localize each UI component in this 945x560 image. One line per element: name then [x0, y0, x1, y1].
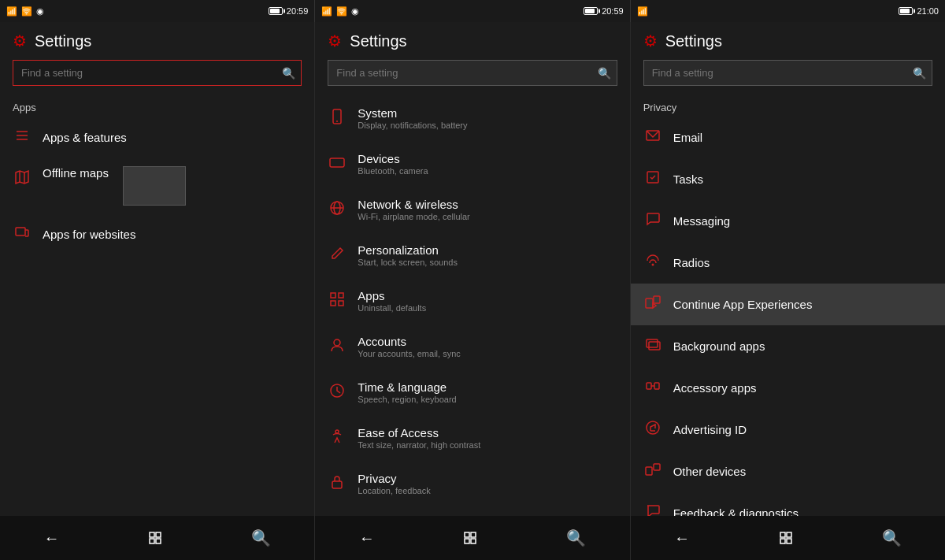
- nav-item-accessory-apps[interactable]: Accessory apps: [631, 367, 945, 409]
- nav-item-accounts[interactable]: Accounts Your accounts, email, sync: [315, 324, 629, 369]
- svg-point-37: [647, 421, 659, 434]
- nav-text-system: System Display, notifications, battery: [358, 106, 467, 130]
- nav-item-email[interactable]: Email: [631, 117, 945, 158]
- wifi-icon-2: 🛜: [336, 6, 347, 17]
- status-section-3: 📶 21:00: [631, 0, 945, 22]
- search-taskbar-button-3[interactable]: 🔍: [876, 522, 908, 554]
- accessibility-icon: [328, 428, 346, 448]
- search-input-2[interactable]: [328, 60, 617, 86]
- search-button-1[interactable]: 🔍: [282, 67, 295, 80]
- svg-rect-9: [330, 158, 344, 167]
- home-button-1[interactable]: [140, 523, 170, 553]
- nav-item-apps-features[interactable]: Apps & features: [0, 117, 314, 158]
- back-button-1[interactable]: ←: [37, 523, 65, 554]
- svg-rect-6: [16, 228, 25, 235]
- search-taskbar-button-2[interactable]: 🔍: [560, 522, 592, 554]
- nav-label-ease: Ease of Access: [358, 426, 480, 439]
- signal-icon-2: 📶: [321, 6, 332, 17]
- time-2: 20:59: [602, 6, 624, 16]
- panel-apps-title: Settings: [35, 32, 91, 50]
- svg-point-25: [335, 430, 339, 433]
- back-button-2[interactable]: ←: [353, 523, 381, 554]
- nav-item-personalization[interactable]: Personalization Start, lock screen, soun…: [315, 232, 629, 278]
- nav-label-apps-features: Apps & features: [43, 131, 127, 144]
- section-label-privacy: Privacy: [631, 95, 945, 117]
- advertising-icon: [643, 420, 662, 439]
- search-input-3[interactable]: [643, 60, 932, 86]
- taskbar-section-1: ← 🔍: [0, 516, 315, 560]
- nav-item-offline-maps[interactable]: Offline maps: [0, 158, 314, 213]
- status-right-3: 21:00: [899, 6, 939, 16]
- nav-item-time[interactable]: Time & language Speech, region, keyboard: [315, 369, 629, 415]
- svg-point-8: [336, 121, 338, 122]
- search-taskbar-button-1[interactable]: 🔍: [245, 522, 277, 554]
- search-bar-2[interactable]: 🔍: [328, 60, 617, 86]
- nav-item-tasks[interactable]: Tasks: [631, 158, 945, 200]
- nav-item-messaging[interactable]: Messaging: [631, 200, 945, 242]
- continue-icon: [643, 295, 662, 314]
- search-bar-3[interactable]: 🔍: [643, 60, 932, 86]
- nav-item-ease[interactable]: Ease of Access Text size, narrator, high…: [315, 415, 629, 461]
- nav-text-other-devices: Other devices: [673, 465, 747, 478]
- nav-item-radios[interactable]: Radios: [631, 242, 945, 284]
- taskbar-section-2: ← 🔍: [315, 516, 630, 560]
- person-icon: [328, 337, 346, 357]
- nav-label-personalization: Personalization: [358, 243, 458, 257]
- search-bar-1[interactable]: 🔍: [13, 60, 302, 86]
- search-button-2[interactable]: 🔍: [598, 67, 611, 80]
- nav-item-privacy[interactable]: Privacy Location, feedback: [315, 461, 629, 506]
- map-icon: [13, 169, 32, 189]
- nav-item-system[interactable]: System Display, notifications, battery: [315, 95, 629, 141]
- svg-rect-31: [654, 296, 660, 303]
- gear-icon-1: ⚙: [13, 32, 27, 50]
- search-button-3[interactable]: 🔍: [913, 67, 926, 80]
- nav-sublabel-accounts: Your accounts, email, sync: [358, 349, 460, 358]
- nav-text-email: Email: [673, 131, 703, 144]
- nav-label-other-devices: Other devices: [673, 465, 747, 478]
- nav-item-apps-websites[interactable]: Apps for websites: [0, 213, 314, 255]
- svg-rect-19: [331, 293, 335, 298]
- svg-rect-39: [646, 467, 652, 475]
- ring-icon-1: ◉: [36, 6, 44, 17]
- svg-rect-32: [647, 339, 658, 347]
- panel-apps-header: ⚙ Settings: [0, 22, 314, 57]
- search-input-1[interactable]: [13, 60, 302, 86]
- nav-item-other-devices[interactable]: Other devices: [631, 451, 945, 492]
- nav-item-apps[interactable]: Apps Uninstall, defaults: [315, 278, 629, 324]
- gear-icon-3: ⚙: [643, 32, 658, 50]
- lock-icon: [328, 474, 346, 494]
- map-thumbnail: [123, 166, 186, 206]
- taskbar-section-3: ← 🔍: [631, 516, 945, 560]
- nav-item-feedback[interactable]: Feedback & diagnostics: [631, 492, 945, 516]
- clock-icon: [328, 383, 346, 402]
- accessory-icon: [643, 378, 662, 398]
- nav-label-offline-maps: Offline maps: [43, 166, 109, 180]
- nav-label-continue-app: Continue App Experiences: [673, 298, 813, 311]
- status-right-1: 20:59: [269, 6, 309, 16]
- nav-text-continue-app: Continue App Experiences: [673, 298, 813, 311]
- nav-label-feedback: Feedback & diagnostics: [673, 506, 799, 516]
- nav-text-apps: Apps Uninstall, defaults: [358, 289, 426, 313]
- panels-container: ⚙ Settings 🔍 Apps Apps & features Offlin…: [0, 22, 945, 516]
- svg-rect-42: [156, 532, 161, 537]
- panel-apps: ⚙ Settings 🔍 Apps Apps & features Offlin…: [0, 22, 315, 516]
- nav-item-background-apps[interactable]: Background apps: [631, 325, 945, 367]
- status-section-1: 📶 🛜 ◉ 20:59: [0, 0, 315, 22]
- status-section-2: 📶 🛜 ◉ 20:59: [315, 0, 630, 22]
- nav-text-privacy: Privacy Location, feedback: [358, 472, 430, 495]
- nav-label-system: System: [358, 106, 467, 120]
- home-button-2[interactable]: [455, 523, 485, 553]
- home-button-3[interactable]: [771, 523, 801, 553]
- panel-privacy-header: ⚙ Settings: [631, 22, 945, 57]
- section-label-apps: Apps: [0, 95, 314, 117]
- nav-text-apps-websites: Apps for websites: [43, 228, 135, 241]
- status-right-2: 20:59: [584, 6, 624, 16]
- svg-rect-45: [465, 532, 469, 537]
- nav-item-network[interactable]: Network & wireless Wi-Fi, airplane mode,…: [315, 187, 629, 232]
- svg-rect-46: [471, 532, 476, 537]
- messaging-icon: [643, 211, 662, 231]
- nav-item-advertising[interactable]: Advertising ID: [631, 409, 945, 451]
- back-button-3[interactable]: ←: [668, 523, 696, 554]
- nav-item-continue-app[interactable]: Continue App Experiences: [631, 284, 945, 325]
- nav-item-devices[interactable]: Devices Bluetooth, camera: [315, 141, 629, 187]
